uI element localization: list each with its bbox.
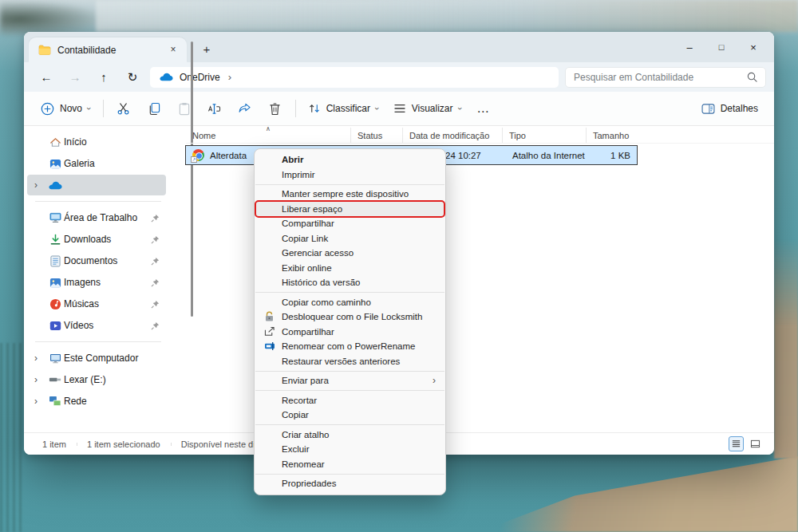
menu-item-enviar-para[interactable]: Enviar para› xyxy=(255,373,445,388)
menu-item-excluir[interactable]: Excluir xyxy=(255,442,445,457)
column-header-data-de-modificacao[interactable]: Data de modificação xyxy=(403,128,503,143)
titlebar[interactable]: Contabilidade × + – □ × xyxy=(24,32,774,62)
sidebar-item-inicio[interactable]: Início xyxy=(27,132,166,152)
video-icon xyxy=(48,321,62,331)
sidebar-item-videos[interactable]: Vídeos xyxy=(27,315,166,336)
chevron-right-icon[interactable]: › xyxy=(34,374,38,385)
file-size: 1 KB xyxy=(610,151,630,160)
close-button[interactable]: × xyxy=(737,34,769,60)
menu-item-liberar-espaco[interactable]: Liberar espaço xyxy=(255,202,445,217)
menu-item-imprimir[interactable]: Imprimir xyxy=(255,167,445,183)
up-icon[interactable]: ↑ xyxy=(89,70,118,84)
usb-icon xyxy=(48,376,62,383)
breadcrumb-chevron-icon[interactable]: › xyxy=(228,71,231,83)
rename-icon xyxy=(207,103,221,115)
more-options-icon[interactable]: … xyxy=(468,101,498,116)
menu-item-label: Gerenciar acesso xyxy=(282,248,354,258)
menu-item-restaurar-versoes-anteriores[interactable]: Restaurar versões anteriores xyxy=(255,354,445,369)
sidebar-item-label: Imagens xyxy=(64,277,101,288)
column-header-status[interactable]: Status xyxy=(351,128,403,143)
menu-separator xyxy=(255,371,444,372)
menu-item-label: Exibir online xyxy=(282,263,332,273)
sort-icon xyxy=(308,103,321,114)
menu-item-gerenciar-acesso[interactable]: Gerenciar acesso xyxy=(255,246,445,261)
menu-item-criar-atalho[interactable]: Criar atalho xyxy=(255,428,445,443)
column-header-tipo[interactable]: Tipo xyxy=(503,128,587,143)
details-toggle[interactable]: Detalhes xyxy=(695,96,764,121)
tab-close-icon[interactable]: × xyxy=(166,43,180,57)
network-icon xyxy=(48,396,62,407)
copy-button[interactable] xyxy=(139,96,169,121)
menu-item-propriedades[interactable]: Propriedades xyxy=(255,476,445,491)
menu-item-compartilhar[interactable]: Compartilhar xyxy=(255,216,445,231)
paste-button[interactable] xyxy=(169,96,200,121)
wallpaper-trees xyxy=(0,0,104,35)
onedrive-cloud-icon xyxy=(160,73,173,81)
context-menu: AbrirImprimirManter sempre este disposit… xyxy=(254,148,446,495)
maximize-button[interactable]: □ xyxy=(705,34,737,60)
cut-button[interactable] xyxy=(109,96,139,121)
address-bar[interactable]: OneDrive › xyxy=(150,67,559,88)
sidebar-item-downloads[interactable]: Downloads xyxy=(27,229,166,250)
sidebar-item-documentos[interactable]: Documentos xyxy=(27,250,166,271)
sidebar-item-imagens[interactable]: Imagens xyxy=(27,272,166,293)
tab-contabilidade[interactable]: Contabilidade × xyxy=(29,37,187,62)
search-input[interactable] xyxy=(574,72,747,83)
menu-item-exibir-online[interactable]: Exibir online xyxy=(255,261,445,276)
cut-icon xyxy=(117,102,130,116)
menu-item-copiar-como-caminho[interactable]: Copiar como caminho xyxy=(255,295,445,310)
search-box[interactable] xyxy=(565,67,766,88)
rename-button[interactable] xyxy=(200,96,230,121)
paste-icon xyxy=(178,102,191,116)
new-tab-button[interactable]: + xyxy=(196,40,217,59)
sidebar-item-este-computador[interactable]: ›Este Computador xyxy=(27,348,166,368)
tab-title: Contabilidade xyxy=(57,45,160,56)
onedrive-icon xyxy=(48,181,62,190)
breadcrumb[interactable]: OneDrive xyxy=(180,72,220,83)
menu-item-label: Restaurar versões anteriores xyxy=(282,357,400,366)
new-button[interactable]: Novo › xyxy=(34,96,98,121)
sidebar-item-area-de-trabalho[interactable]: Área de Trabalho xyxy=(27,207,166,228)
share-button[interactable] xyxy=(230,96,260,121)
sidebar-item-lexar-e[interactable]: ›Lexar (E:) xyxy=(27,369,166,390)
forward-icon[interactable]: → xyxy=(61,70,89,84)
chevron-right-icon[interactable]: › xyxy=(34,179,38,191)
sidebar-item-galeria[interactable]: Galeria xyxy=(27,153,166,174)
sidebar-item-label: Este Computador xyxy=(64,353,138,364)
file-type-cell: Atalho da Internet xyxy=(503,146,587,164)
sort-button[interactable]: Classificar › xyxy=(301,96,386,121)
search-icon[interactable] xyxy=(747,72,757,82)
folder-icon xyxy=(38,45,51,55)
sidebar-item-musicas[interactable]: Músicas xyxy=(27,294,166,314)
computer-icon xyxy=(48,353,62,364)
details-view-button[interactable] xyxy=(729,436,744,451)
delete-button[interactable] xyxy=(260,96,290,121)
sidebar-item-label: Galeria xyxy=(64,158,95,169)
menu-item-renomear[interactable]: Renomear xyxy=(255,457,445,472)
menu-item-abrir[interactable]: Abrir xyxy=(255,152,445,167)
menu-item-recortar[interactable]: Recortar xyxy=(255,393,445,408)
menu-item-label: Copiar como caminho xyxy=(282,298,371,307)
refresh-icon[interactable]: ↻ xyxy=(118,70,147,85)
back-icon[interactable]: ← xyxy=(32,70,61,84)
column-header-nome[interactable]: Nome∧ xyxy=(186,128,351,143)
menu-item-copiar[interactable]: Copiar xyxy=(255,408,445,423)
sidebar-item-label: Documentos xyxy=(64,255,117,266)
column-header-tamanho[interactable]: Tamanho xyxy=(587,128,637,143)
menu-item-label: Manter sempre este dispositivo xyxy=(282,189,409,199)
icons-view-button[interactable] xyxy=(748,436,763,451)
view-button[interactable]: Visualizar › xyxy=(386,96,468,121)
menu-item-renomear-com-o-powerrename[interactable]: Renomear com o PowerRename xyxy=(255,339,445,354)
menu-item-copiar-link[interactable]: Copiar Link xyxy=(255,231,445,246)
menu-item-desbloquear-com-o-file-locksmith[interactable]: Desbloquear com o File Locksmith xyxy=(255,309,445,325)
sidebar-item-onedrive[interactable]: › xyxy=(27,175,166,195)
chevron-right-icon[interactable]: › xyxy=(34,353,38,364)
minimize-button[interactable]: – xyxy=(674,34,705,60)
menu-item-compartilhar[interactable]: Compartilhar xyxy=(255,325,445,340)
pin-icon xyxy=(151,278,160,287)
menu-item-manter-sempre-este-dispositivo[interactable]: Manter sempre este dispositivo xyxy=(255,187,445,202)
menu-item-label: Imprimir xyxy=(282,170,315,179)
chevron-right-icon[interactable]: › xyxy=(34,396,38,407)
sidebar-item-rede[interactable]: ›Rede xyxy=(27,391,166,412)
menu-item-historico-da-versao[interactable]: Histórico da versão xyxy=(255,275,445,290)
